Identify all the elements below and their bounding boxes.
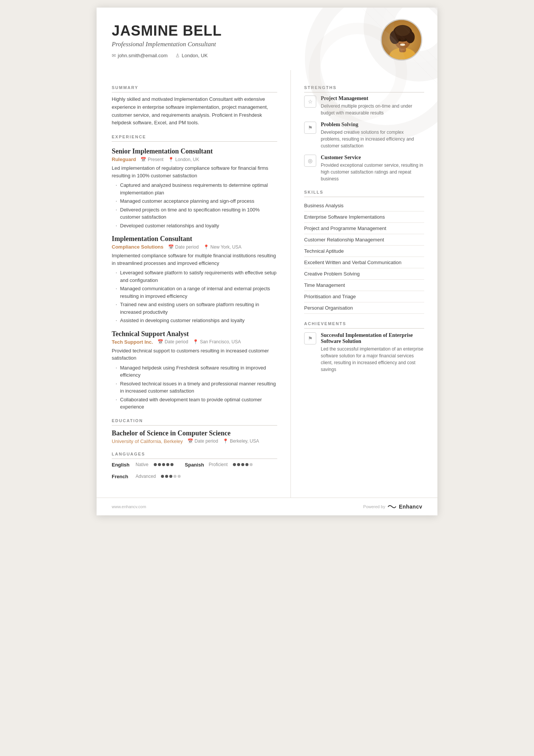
- job-date-1: 📅 Present: [141, 157, 163, 162]
- bullet-1-4: Developed customer relationships and loy…: [116, 222, 277, 230]
- strength-icon-1: ☆: [304, 95, 316, 108]
- strength-content-2: Problem Solving Developed creative solut…: [321, 122, 424, 149]
- skill-2: Enterprise Software Implementations: [304, 211, 424, 223]
- email-icon: ✉: [112, 53, 116, 58]
- job-loc-3: 📍 San Francisco, USA: [193, 339, 241, 344]
- calendar-icon-3: 📅: [158, 339, 163, 344]
- strength-1: ☆ Project Management Delivered multiple …: [304, 95, 424, 116]
- lang-name-english: English: [112, 462, 133, 468]
- strength-title-1: Project Management: [321, 95, 424, 102]
- strength-2: ⚑ Problem Solving Developed creative sol…: [304, 122, 424, 149]
- calendar-icon-1: 📅: [141, 157, 146, 162]
- powered-by-text: Powered by: [363, 504, 385, 509]
- achievements-section-title: ACHIEVEMENTS: [304, 321, 424, 329]
- bullet-1-2: Managed customer acceptance planning and…: [116, 197, 277, 205]
- job-desc-2: Implemented compliance software for mult…: [112, 252, 277, 267]
- languages-section-title: LANGUAGES: [112, 452, 277, 459]
- lang-dots-spanish: [233, 463, 253, 466]
- pin-icon-3: 📍: [193, 339, 198, 344]
- strength-title-2: Problem Solving: [321, 122, 424, 128]
- strength-title-3: Customer Service: [321, 155, 424, 161]
- email-contact: ✉ john.smith@email.com: [112, 53, 168, 58]
- bullet-1-3: Delivered projects on time and to specif…: [116, 206, 277, 221]
- right-column: STRENGTHS ☆ Project Management Delivered…: [291, 70, 437, 498]
- skill-7: Creative Problem Solving: [304, 268, 424, 280]
- languages-grid: English Native Spanish Proficient: [112, 462, 277, 471]
- dot: [241, 463, 244, 466]
- bullet-1-1: Captured and analyzed business requireme…: [116, 182, 277, 196]
- skills-section-title: SKILLS: [304, 190, 424, 197]
- dot: [173, 475, 176, 478]
- job-date-2: 📅 Date period: [168, 244, 199, 250]
- dot: [158, 463, 161, 466]
- achievement-title-1: Successful Implementation of Enterprise …: [321, 332, 424, 344]
- strength-icon-3: ◎: [304, 155, 316, 167]
- summary-text: Highly skilled and motivated Implementat…: [112, 95, 277, 127]
- strength-icon-2: ⚑: [304, 122, 316, 134]
- job-title-3: Technical Support Analyst: [112, 330, 277, 338]
- bullet-2-2: Managed communication on a range of inte…: [116, 285, 277, 300]
- dot: [245, 463, 248, 466]
- photo-placeholder: [382, 20, 421, 59]
- lang-dots-english: [154, 463, 173, 466]
- brand-name: Enhancv: [399, 504, 422, 510]
- dot: [154, 463, 157, 466]
- edu-degree: Bachelor of Science in Computer Science: [112, 429, 277, 437]
- job-bullets-1: Captured and analyzed business requireme…: [112, 182, 277, 229]
- job-title-1: Senior Implementation Consultant: [112, 147, 277, 155]
- svg-point-7: [395, 25, 410, 36]
- dot: [166, 463, 169, 466]
- calendar-icon-edu: 📅: [187, 438, 193, 444]
- dot: [233, 463, 236, 466]
- pin-icon-2: 📍: [203, 244, 209, 250]
- email-value: john.smith@email.com: [118, 53, 168, 58]
- company-1: Ruleguard: [112, 157, 136, 162]
- location-contact: ♙ London, UK: [175, 53, 208, 58]
- candidate-name: JASMINE BELL: [112, 23, 314, 39]
- resume-page: JASMINE BELL Professional Implementation…: [97, 8, 437, 515]
- bullet-3-1: Managed helpdesk using Freshdesk softwar…: [116, 364, 277, 379]
- svg-point-8: [398, 39, 401, 41]
- strength-3: ◎ Customer Service Provided exceptional …: [304, 155, 424, 182]
- job-loc-1: 📍 London, UK: [168, 157, 199, 162]
- dot: [169, 475, 172, 478]
- skill-10: Personal Organisation: [304, 302, 424, 314]
- achievement-icon-1: ⚑: [304, 332, 316, 344]
- lang-spanish: Spanish Proficient: [185, 462, 253, 468]
- languages-grid-2: French Advanced: [112, 474, 277, 482]
- job-bullets-2: Leveraged software platform to satisfy r…: [112, 269, 277, 324]
- strengths-section-title: STRENGTHS: [304, 85, 424, 92]
- footer-url: www.enhancv.com: [112, 504, 146, 509]
- dot: [165, 475, 168, 478]
- job-desc-3: Provided technical support to customers …: [112, 347, 277, 362]
- location-icon: ♙: [175, 53, 180, 58]
- edu-meta: University of California, Berkeley 📅 Dat…: [112, 438, 277, 444]
- job-date-3: 📅 Date period: [158, 339, 188, 344]
- lang-name-spanish: Spanish: [185, 462, 206, 468]
- strength-desc-3: Provided exceptional customer service, r…: [321, 162, 424, 182]
- strength-content-3: Customer Service Provided exceptional cu…: [321, 155, 424, 182]
- profile-photo: [381, 19, 422, 61]
- lang-name-french: French: [112, 474, 133, 479]
- skill-8: Time Management: [304, 280, 424, 291]
- pin-icon-edu: 📍: [223, 438, 228, 444]
- summary-section-title: SUMMARY: [112, 85, 277, 92]
- skill-4: Customer Relationship Management: [304, 234, 424, 246]
- skill-9: Prioritisation and Triage: [304, 291, 424, 302]
- bullet-3-3: Collaborated with development team to pr…: [116, 396, 277, 411]
- job-title-2: Implementation Consultant: [112, 235, 277, 243]
- dot: [250, 463, 253, 466]
- achievement-content-1: Successful Implementation of Enterprise …: [321, 332, 424, 373]
- skill-1: Business Analysis: [304, 200, 424, 211]
- enhancv-logo-icon: [387, 504, 397, 510]
- edu-school: University of California, Berkeley: [112, 438, 183, 444]
- footer-powered: Powered by Enhancv: [363, 504, 422, 510]
- edu-date: 📅 Date period: [187, 438, 218, 444]
- lang-level-french: Advanced: [136, 474, 156, 479]
- left-column: SUMMARY Highly skilled and motivated Imp…: [97, 70, 291, 498]
- lang-dots-french: [161, 475, 181, 478]
- job-meta-2: Compliance Solutions 📅 Date period 📍 New…: [112, 244, 277, 250]
- lang-french: French Advanced: [112, 474, 181, 479]
- company-2: Compliance Solutions: [112, 244, 164, 250]
- job-bullets-3: Managed helpdesk using Freshdesk softwar…: [112, 364, 277, 411]
